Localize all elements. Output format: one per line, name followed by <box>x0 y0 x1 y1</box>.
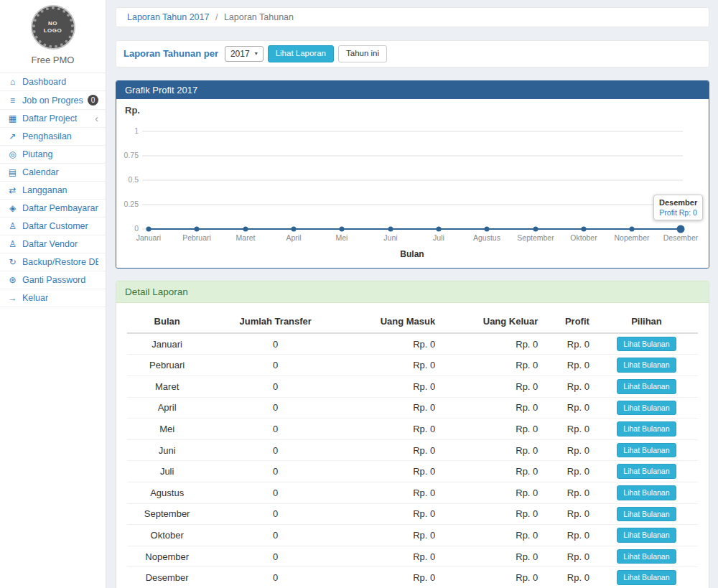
lihat-bulanan-button[interactable]: Lihat Bulanan <box>617 528 676 543</box>
data-point[interactable] <box>630 226 635 231</box>
data-point[interactable] <box>388 226 393 231</box>
sidebar-item-ganti-password[interactable]: ⊛ Ganti Password <box>0 271 106 289</box>
progress-list-icon: ≡ <box>7 95 18 106</box>
breadcrumb-parent-link[interactable]: Laporan Tahun 2017 <box>127 12 209 22</box>
cell-uang-masuk: Rp. 0 <box>344 503 441 525</box>
lihat-bulanan-button[interactable]: Lihat Bulanan <box>617 485 676 500</box>
x-tick-label: Oktober <box>570 233 597 242</box>
cell-uang-masuk: Rp. 0 <box>344 419 441 440</box>
cell-jumlah-transfer: 0 <box>207 397 344 419</box>
table-row: Nopember 0 Rp. 0 Rp. 0 Rp. 0 Lihat Bulan… <box>127 546 698 567</box>
report-table: Bulan Jumlah Transfer Uang Masuk Uang Ke… <box>127 310 698 588</box>
lihat-bulanan-button[interactable]: Lihat Bulanan <box>617 358 676 373</box>
subscription-icon: ⇄ <box>7 185 18 195</box>
main-content: Laporan Tahun 2017 / Laporan Tahunan Lap… <box>107 0 718 588</box>
customer-users-icon: ♙ <box>7 221 18 231</box>
cell-profit: Rp. 0 <box>544 567 595 588</box>
progress-count-badge: 0 <box>88 95 98 106</box>
data-point[interactable] <box>292 226 297 231</box>
income-chart-icon: ↗ <box>7 131 18 141</box>
sidebar-item-job-on-progress[interactable]: ≡ Job on Progress 0 <box>0 91 106 110</box>
receivable-icon: ◎ <box>7 149 18 159</box>
sidebar-item-langganan[interactable]: ⇄ Langganan <box>0 182 106 200</box>
detail-panel-title: Detail Laporan <box>116 281 709 303</box>
table-row: Oktober 0 Rp. 0 Rp. 0 Rp. 0 Lihat Bulana… <box>127 525 698 546</box>
x-tick-label: Maret <box>236 233 256 242</box>
cell-uang-masuk: Rp. 0 <box>344 355 441 376</box>
lihat-bulanan-button[interactable]: Lihat Bulanan <box>617 337 676 352</box>
cell-profit: Rp. 0 <box>544 419 595 440</box>
x-axis-label: Bulan <box>400 249 424 259</box>
payment-icon: ◈ <box>7 203 18 213</box>
cell-bulan: Nopember <box>127 546 207 567</box>
sidebar-item-keluar[interactable]: → Keluar <box>0 289 106 307</box>
sidebar-item-piutang[interactable]: ◎ Piutang <box>0 146 106 164</box>
cell-uang-masuk: Rp. 0 <box>344 375 441 397</box>
sidebar-item-calendar[interactable]: ▤ Calendar <box>0 164 106 182</box>
lihat-bulanan-button[interactable]: Lihat Bulanan <box>617 401 676 416</box>
lihat-laporan-button[interactable]: Lihat Laporan <box>268 45 334 62</box>
data-point[interactable] <box>195 226 200 231</box>
sidebar-item-label: Keluar <box>22 293 48 303</box>
cell-profit: Rp. 0 <box>544 525 595 546</box>
data-point[interactable] <box>243 226 248 231</box>
cell-uang-keluar: Rp. 0 <box>441 355 544 376</box>
sidebar-item-daftar-customer[interactable]: ♙ Daftar Customer <box>0 218 106 235</box>
y-tick-label: 0.25 <box>124 200 139 208</box>
table-row: Januari 0 Rp. 0 Rp. 0 Rp. 0 Lihat Bulana… <box>127 333 698 355</box>
chart-tooltip: Desember Profit Rp: 0 <box>653 195 703 220</box>
sidebar-item-penghasilan[interactable]: ↗ Penghasilan <box>0 128 106 146</box>
sidebar-item-backup-restore[interactable]: ↻ Backup/Restore DB <box>0 253 106 271</box>
data-point-highlighted[interactable] <box>677 225 685 233</box>
logo-placeholder-text: NO LOGO <box>42 20 64 34</box>
cell-profit: Rp. 0 <box>544 375 595 397</box>
year-select[interactable]: 2017 ▾ <box>225 46 264 62</box>
cell-profit: Rp. 0 <box>544 333 595 355</box>
y-tick-label: 0.75 <box>124 151 139 159</box>
data-point[interactable] <box>582 226 587 231</box>
cell-bulan: September <box>127 503 207 525</box>
chevron-left-icon: ‹ <box>95 113 98 123</box>
cell-jumlah-transfer: 0 <box>207 419 344 440</box>
sidebar-menu: ⌂ Dashboard ≡ Job on Progress 0 ▦ Daftar… <box>0 73 106 307</box>
cell-bulan: Agustus <box>127 482 207 503</box>
sidebar-item-daftar-vendor[interactable]: ♙ Daftar Vendor <box>0 235 106 253</box>
table-row: Desember 0 Rp. 0 Rp. 0 Rp. 0 Lihat Bulan… <box>127 567 698 588</box>
x-tick-label: April <box>286 233 301 242</box>
data-point[interactable] <box>437 226 442 231</box>
report-filter-bar: Laporan Tahunan per 2017 ▾ Lihat Laporan… <box>116 40 709 67</box>
logout-icon: → <box>7 293 18 303</box>
data-point[interactable] <box>485 226 490 231</box>
lihat-bulanan-button[interactable]: Lihat Bulanan <box>617 379 676 394</box>
lihat-bulanan-button[interactable]: Lihat Bulanan <box>617 570 676 585</box>
cell-profit: Rp. 0 <box>544 397 595 419</box>
cell-uang-masuk: Rp. 0 <box>344 439 441 461</box>
sidebar-item-label: Langganan <box>22 185 67 195</box>
sidebar-item-label: Daftar Project <box>22 113 77 123</box>
cell-uang-masuk: Rp. 0 <box>344 546 441 567</box>
cell-bulan: Oktober <box>127 525 207 546</box>
column-header-jumlah-transfer: Jumlah Transfer <box>207 310 344 333</box>
lihat-bulanan-button[interactable]: Lihat Bulanan <box>617 443 676 458</box>
lihat-bulanan-button[interactable]: Lihat Bulanan <box>617 464 676 479</box>
sidebar-item-daftar-pembayaran[interactable]: ◈ Daftar Pembayaran <box>0 200 106 218</box>
lihat-bulanan-button[interactable]: Lihat Bulanan <box>617 507 676 522</box>
breadcrumb-current: Laporan Tahunan <box>224 12 294 22</box>
table-header-row: Bulan Jumlah Transfer Uang Masuk Uang Ke… <box>127 310 698 333</box>
chevron-down-icon: ▾ <box>255 50 258 57</box>
data-point[interactable] <box>146 226 151 231</box>
data-point[interactable] <box>340 226 345 231</box>
sidebar-item-dashboard[interactable]: ⌂ Dashboard <box>0 73 106 91</box>
lihat-bulanan-button[interactable]: Lihat Bulanan <box>617 421 676 437</box>
cell-jumlah-transfer: 0 <box>207 546 344 567</box>
cell-bulan: Juni <box>127 439 207 461</box>
sidebar-item-daftar-project[interactable]: ▦ Daftar Project ‹ <box>0 110 106 128</box>
data-point[interactable] <box>533 226 538 231</box>
lihat-bulanan-button[interactable]: Lihat Bulanan <box>617 549 676 564</box>
cell-jumlah-transfer: 0 <box>207 503 344 525</box>
cell-jumlah-transfer: 0 <box>207 439 344 461</box>
x-tick-label: Desember <box>663 233 699 242</box>
cell-jumlah-transfer: 0 <box>207 525 344 546</box>
tahun-ini-button[interactable]: Tahun ini <box>338 45 387 62</box>
cell-bulan: April <box>127 397 207 419</box>
